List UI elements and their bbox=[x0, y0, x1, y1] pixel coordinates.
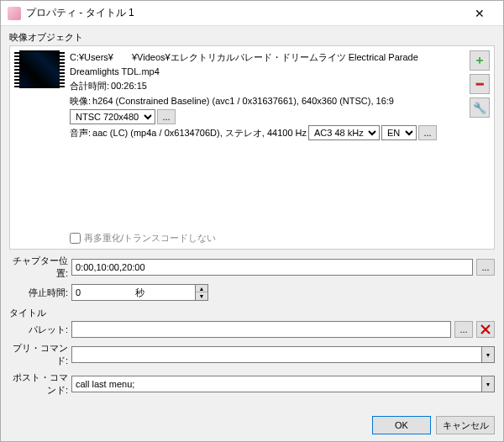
wrench-icon: 🔧 bbox=[473, 102, 486, 114]
properties-dialog: プロパティ - タイトル 1 ✕ 映像オブジェクト C:¥Users¥ ¥Vid… bbox=[0, 0, 504, 442]
titlebar[interactable]: プロパティ - タイトル 1 ✕ bbox=[1, 1, 503, 26]
audio-lang-select[interactable]: EN bbox=[381, 125, 417, 140]
palette-more-button[interactable]: ... bbox=[454, 321, 473, 338]
audio-more-button[interactable]: ... bbox=[418, 125, 437, 140]
chapter-label: チャプター位置: bbox=[9, 255, 68, 280]
post-command-input[interactable] bbox=[71, 376, 481, 392]
content-area: 映像オブジェクト C:¥Users¥ ¥Videos¥エレクトリカルパレード・ド… bbox=[1, 26, 503, 409]
ok-button[interactable]: OK bbox=[372, 416, 431, 434]
app-icon bbox=[8, 7, 21, 20]
x-icon bbox=[480, 324, 491, 334]
chapter-input[interactable] bbox=[71, 259, 473, 276]
audio-codec-label: 音声: bbox=[70, 126, 91, 140]
audio-codec-value: aac (LC) (mp4a / 0x6134706D), ステレオ, 4410… bbox=[92, 126, 307, 140]
pause-spinner[interactable]: ▲▼ bbox=[71, 284, 132, 301]
post-command-dropdown[interactable]: ▾ bbox=[481, 376, 495, 392]
video-codec-value: h264 (Constrained Baseline) (avc1 / 0x31… bbox=[92, 94, 394, 108]
spin-down[interactable]: ▼ bbox=[196, 292, 207, 300]
cancel-button[interactable]: キャンセル bbox=[436, 416, 495, 434]
add-button[interactable]: ＋ bbox=[470, 50, 490, 71]
no-remux-checkbox[interactable] bbox=[70, 233, 81, 244]
video-thumbnail bbox=[14, 50, 65, 88]
plus-icon: ＋ bbox=[474, 53, 486, 68]
audio-format-select[interactable]: AC3 48 kHz bbox=[308, 125, 380, 140]
pre-command-input[interactable] bbox=[71, 346, 481, 363]
pause-input[interactable] bbox=[71, 284, 195, 301]
duration-value: 00:26:15 bbox=[111, 79, 147, 93]
video-format-select[interactable]: NTSC 720x480 bbox=[70, 109, 155, 124]
video-path: C:¥Users¥ ¥Videos¥エレクトリカルパレード・ドリームライツ El… bbox=[70, 50, 465, 78]
duration-label: 合計時間: bbox=[70, 79, 109, 93]
close-button[interactable]: ✕ bbox=[463, 2, 496, 25]
minus-icon: ━ bbox=[476, 77, 483, 91]
no-remux-label: 再多重化/トランスコードしない bbox=[84, 232, 216, 245]
video-info: C:¥Users¥ ¥Videos¥エレクトリカルパレード・ドリームライツ El… bbox=[70, 50, 465, 141]
palette-clear-button[interactable] bbox=[476, 321, 495, 338]
window-title: プロパティ - タイトル 1 bbox=[26, 6, 463, 20]
video-more-button[interactable]: ... bbox=[157, 109, 176, 124]
spin-up[interactable]: ▲ bbox=[196, 285, 207, 292]
video-group-label: 映像オブジェクト bbox=[9, 31, 495, 44]
video-codec-label: 映像: bbox=[70, 94, 91, 108]
post-command-label: ポスト・コマンド: bbox=[9, 371, 68, 397]
video-objects-box: C:¥Users¥ ¥Videos¥エレクトリカルパレード・ドリームライツ El… bbox=[9, 45, 495, 250]
remove-button[interactable]: ━ bbox=[470, 74, 490, 94]
pre-command-label: プリ・コマンド: bbox=[9, 342, 68, 367]
footer: OK キャンセル bbox=[1, 409, 503, 441]
pause-unit: 秒 bbox=[135, 287, 144, 299]
title-group-label: タイトル bbox=[9, 307, 495, 319]
palette-input[interactable] bbox=[71, 321, 451, 338]
palette-label: パレット: bbox=[9, 324, 68, 336]
chapter-more-button[interactable]: ... bbox=[476, 259, 495, 276]
settings-button[interactable]: 🔧 bbox=[470, 97, 490, 118]
pause-label: 停止時間: bbox=[9, 287, 68, 299]
pre-command-dropdown[interactable]: ▾ bbox=[481, 346, 495, 363]
